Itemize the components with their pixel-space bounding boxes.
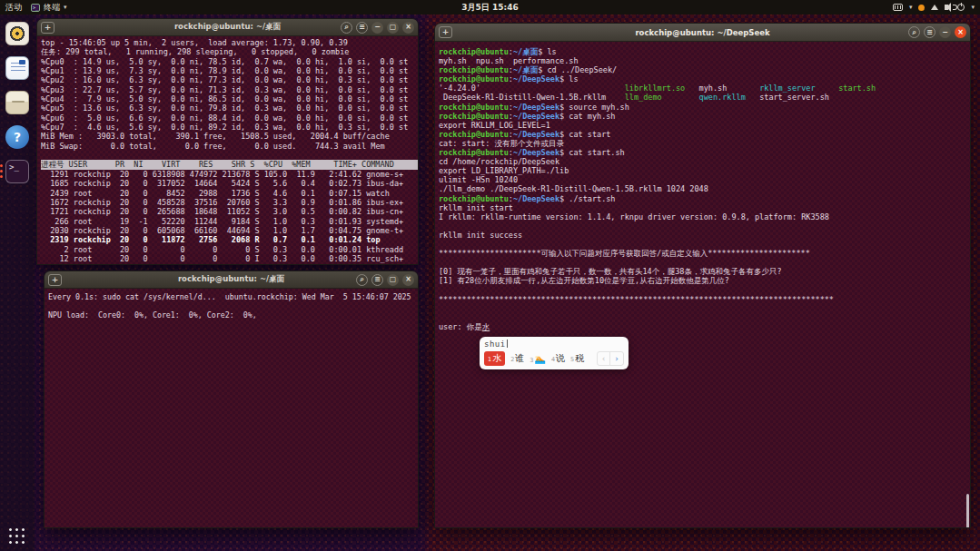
terminal-content-top[interactable]: top - 15:46:05 up 5 min, 2 users, load a… (37, 36, 418, 264)
terminal-line: 1672 rockchip 20 0 458528 37516 20760 S … (41, 198, 418, 207)
close-button[interactable]: × (402, 274, 414, 286)
window-title: rockchip@ubuntu: ~/DeepSeek (635, 28, 769, 37)
ime-candidates: 1水2谁3🏊4说5税 ‹ › (484, 351, 624, 366)
terminal-line: %Cpu1 : 13.9 us, 7.3 sy, 0.0 ni, 78.9 id… (41, 66, 418, 75)
terminal-line: %Cpu3 : 22.7 us, 5.7 sy, 0.0 ni, 71.3 id… (41, 85, 418, 94)
terminal-line (439, 313, 970, 322)
terminal-line: rockchip@ubuntu:~/桌面$ cd ../DeepSeek/ (439, 65, 970, 74)
app-menu-chevron-icon: ▾ (64, 4, 67, 11)
terminal-line: rockchip@ubuntu:~/DeepSeek$ ./start.sh (439, 194, 970, 203)
terminal-content-watch[interactable]: Every 0.1s: sudo cat /sys/kernel/d... ub… (45, 289, 418, 527)
maximize-button[interactable]: ▢ (387, 22, 399, 34)
minimize-button[interactable]: − (371, 22, 383, 34)
menu-icon[interactable]: ≡ (924, 26, 935, 38)
terminal-content-deepseek[interactable]: rockchip@ubuntu:~/桌面$ lsmyh.sh npu.sh pe… (435, 42, 970, 527)
ime-candidate[interactable]: 2谁 (510, 352, 524, 365)
ime-popup: shui 1水2谁3🏊4说5税 ‹ › (480, 337, 629, 369)
terminal-line: rockchip@ubuntu:~/DeepSeek$ cat start (439, 130, 970, 139)
titlebar[interactable]: + rockchip@ubuntu: ~/桌面 ⌕ ≡ ▢ × (45, 271, 418, 289)
terminal-line: rockchip@ubuntu:~/DeepSeek$ source myh.s… (439, 103, 970, 112)
terminal-line: cat: start: 没有那个文件或目录 (439, 139, 970, 148)
terminal-line: 进程号 USER PR NI VIRT RES SHR S %CPU %MEM … (41, 160, 418, 169)
terminal-line: Every 0.1s: sudo cat /sys/kernel/d... ub… (48, 292, 418, 301)
search-icon[interactable]: ⌕ (341, 22, 352, 34)
ime-next-page-icon[interactable]: › (610, 352, 623, 365)
volume-icon[interactable] (945, 5, 948, 10)
terminal-line (41, 151, 418, 160)
maximize-button[interactable]: ▢ (387, 274, 399, 286)
terminal-line: %Cpu5 : 13.6 us, 6.3 sy, 0.0 ni, 79.8 id… (41, 103, 418, 113)
focused-app-menu[interactable]: >_ 终端 ▾ (31, 2, 67, 14)
ime-prev-page-icon[interactable]: ‹ (598, 352, 610, 365)
terminal-line (439, 221, 970, 231)
terminal-line: 任务: 299 total, 1 running, 298 sleeping, … (41, 47, 418, 56)
terminal-line: rockchip@ubuntu:~/DeepSeek$ cat start.sh (439, 148, 970, 157)
clock[interactable]: 3月5日 15:46 (461, 2, 518, 14)
menu-icon[interactable]: ≡ (356, 22, 368, 34)
titlebar[interactable]: + rockchip@ubuntu: ~/桌面 ⌕ ≡ − ▢ × (37, 19, 418, 36)
terminal-line: [1] 有28位小朋友排成一行,从左边开始数第10位是学豆,从右边开始数他是第几… (439, 276, 970, 285)
window-title: rockchip@ubuntu: ~/桌面 (174, 22, 281, 33)
focused-app-name: 终端 (44, 2, 60, 14)
terminal-line: **********************可输入以下问题对应序号获取回答/或自… (439, 249, 970, 258)
recording-indicator-icon (918, 5, 925, 11)
terminal-line (439, 304, 970, 313)
terminal-line: export RKLLM_LOG_LEVEL=1 (439, 121, 970, 130)
terminal-line: '-4.24.0' librkllmrt.so myh.sh rkllm_ser… (439, 84, 970, 93)
close-button[interactable]: × (955, 26, 966, 38)
terminal-line: DeepSeek-R1-Distill-Qwen-1.5B.rkllm llm_… (439, 93, 970, 102)
ime-preedit: shui (484, 339, 506, 349)
window-npu-watch: + rockchip@ubuntu: ~/桌面 ⌕ ≡ ▢ × Every 0.… (44, 271, 419, 528)
terminal-line: user: 你是水 (439, 322, 970, 331)
top-bar: 活动 >_ 终端 ▾ 3月5日 15:46 ▾ ▾ (0, 0, 980, 15)
terminal-line: 2 root 20 0 0 0 0 S 0.3 0.0 0:00.01 kthr… (41, 245, 418, 254)
terminal-line: 1721 rockchip 20 0 265688 18648 11052 S … (41, 207, 418, 216)
ime-candidate[interactable]: 4说 (551, 352, 565, 365)
terminal-line: ulimit -HSn 10240 (439, 175, 970, 184)
terminal-line: %Cpu6 : 5.0 us, 6.6 sy, 0.0 ni, 88.4 id,… (41, 113, 418, 123)
dock-item-files[interactable] (5, 91, 29, 114)
terminal-line: ./llm_demo ./DeepSeek-R1-Distill-Qwen-1.… (439, 184, 970, 193)
terminal-line (439, 285, 970, 294)
close-button[interactable]: × (402, 22, 414, 34)
minimize-button[interactable]: − (939, 26, 951, 38)
show-applications-button[interactable] (8, 527, 26, 546)
network-icon[interactable] (931, 5, 938, 10)
ime-candidate[interactable]: 1水 (484, 351, 505, 366)
input-method-chevron-icon[interactable]: ▾ (909, 4, 913, 11)
ime-candidate[interactable]: 5税 (570, 352, 584, 365)
system-menu-chevron-icon[interactable]: ▾ (971, 4, 975, 11)
dock-item-rhythmbox[interactable] (5, 22, 29, 45)
terminal-line: [0] 现有一笼子，里面有鸡和兔子若干只，数一数，共有头14个，腿38条，求鸡和… (439, 267, 970, 276)
terminal-line: %Cpu0 : 14.9 us, 5.0 sy, 0.0 ni, 78.5 id… (41, 57, 418, 66)
terminal-line: export LD_LIBRARY_PATH=./lib (439, 166, 970, 175)
dock-item-terminal[interactable]: >_ (5, 160, 29, 183)
power-icon[interactable] (957, 4, 965, 11)
ime-candidate[interactable]: 3🏊 (530, 354, 546, 364)
new-tab-button[interactable]: + (41, 22, 54, 34)
menu-icon[interactable]: ≡ (371, 274, 383, 286)
terminal-line: MiB Swap: 0.0 total, 0.0 free, 0.0 used.… (41, 142, 418, 151)
terminal-line: MiB Mem : 3903.0 total, 390.1 free, 1508… (41, 132, 418, 141)
scrollbar-thumb[interactable] (966, 494, 969, 528)
new-tab-button[interactable]: + (439, 26, 452, 38)
window-top-monitor: + rockchip@ubuntu: ~/桌面 ⌕ ≡ − ▢ × top - … (36, 18, 419, 265)
dock-item-libreoffice-writer[interactable] (5, 56, 29, 80)
terminal-line: %Cpu2 : 16.0 us, 6.3 sy, 0.0 ni, 77.3 id… (41, 75, 418, 84)
terminal-line (439, 258, 970, 267)
terminal-line: 12 root 20 0 0 0 0 I 0.3 0.0 0:00.35 rcu… (41, 254, 418, 263)
search-icon[interactable]: ⌕ (908, 26, 920, 38)
search-icon[interactable]: ⌕ (356, 274, 368, 286)
window-title: rockchip@ubuntu: ~/桌面 (178, 274, 284, 285)
terminal-app-icon: >_ (31, 4, 40, 12)
terminal-line: rockchip@ubuntu:~/DeepSeek$ cat myh.sh (439, 112, 970, 121)
terminal-line: 2030 rockchip 20 0 605068 66160 44694 S … (41, 226, 418, 235)
terminal-line: ****************************************… (439, 295, 970, 304)
dock-item-help[interactable]: ? (5, 125, 29, 149)
titlebar[interactable]: + rockchip@ubuntu: ~/DeepSeek ⌕ ≡ − × (435, 24, 970, 42)
activities-button[interactable]: 活动 (5, 2, 22, 14)
input-method-icon[interactable] (893, 4, 903, 11)
terminal-line: top - 15:46:05 up 5 min, 2 users, load a… (41, 38, 418, 47)
window-deepseek: + rockchip@ubuntu: ~/DeepSeek ⌕ ≡ − × ro… (434, 23, 971, 528)
new-tab-button[interactable]: + (48, 274, 62, 286)
